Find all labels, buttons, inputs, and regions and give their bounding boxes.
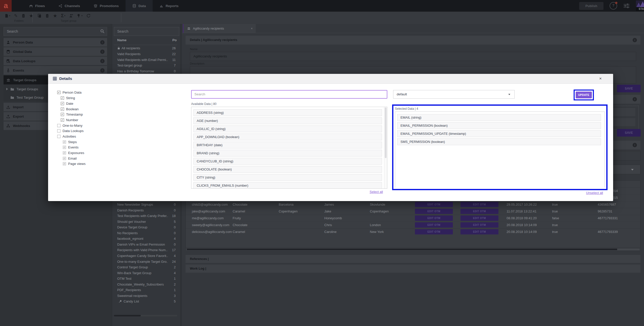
list-item[interactable]: SMS_PERMISSION (boolean) bbox=[397, 138, 601, 145]
references-section-header[interactable]: References | bbox=[186, 255, 640, 263]
edit-otm-button[interactable]: EDIT OTM bbox=[460, 222, 498, 228]
tree-checkbox-events[interactable]: Events bbox=[63, 145, 78, 150]
expand-arrow-icon[interactable] bbox=[6, 88, 8, 90]
table-row[interactable]: child3@agilliccandy.com Chocolate Barcel… bbox=[186, 201, 640, 208]
info-icon[interactable] bbox=[100, 40, 105, 45]
table-row[interactable]: Valid Recipients with Email Permi...11 bbox=[114, 57, 179, 63]
edit-otm-button[interactable]: EDIT OTM bbox=[415, 215, 453, 221]
save-button[interactable]: SAVE bbox=[617, 85, 641, 92]
table-row[interactable]: Danish Recipients0 bbox=[114, 208, 179, 213]
table-row[interactable]: Danish VIPs w Email Permission0 bbox=[114, 242, 179, 247]
update-button[interactable]: UPDATE bbox=[576, 92, 592, 98]
table-row[interactable]: New Newsletter Signups0 bbox=[114, 202, 179, 207]
delete-icon[interactable] bbox=[45, 14, 49, 18]
table-row[interactable]: me@agilliccandy.com Fruity Honeycomb EDI… bbox=[186, 215, 640, 222]
tree-checkbox-date[interactable]: Date bbox=[61, 101, 73, 106]
table-row[interactable]: Recipients with Valid Phone Num...17 bbox=[114, 247, 179, 253]
list-item[interactable]: CANDYCLUB_ID (string) bbox=[193, 158, 382, 165]
table-row[interactable]: No Recipients0 bbox=[114, 230, 179, 236]
agillic-logo[interactable]: a bbox=[0, 0, 12, 12]
table-row[interactable]: Valid Recipients22 bbox=[114, 51, 179, 57]
list-item[interactable]: EMAIL_PERMISSION_UPDATE (timestamp) bbox=[397, 130, 601, 137]
edit-otm-button[interactable]: EDIT OTM bbox=[460, 215, 498, 221]
preset-dropdown[interactable]: default bbox=[393, 90, 515, 99]
sidebar-item-data-lookups[interactable]: Data Lookups bbox=[4, 57, 107, 65]
table-row[interactable]: Has a Birthday Tomorrow0 bbox=[114, 69, 179, 74]
info-icon[interactable] bbox=[633, 97, 637, 101]
list-item[interactable]: AGILLIC_ID (string) bbox=[193, 125, 382, 132]
tree-checkbox-person-data[interactable]: Person Data bbox=[57, 90, 82, 95]
close-icon[interactable] bbox=[599, 76, 602, 81]
checkbox-icon[interactable] bbox=[61, 118, 64, 122]
table-row[interactable]: Win-Back Target Group4 bbox=[114, 270, 179, 276]
publish-button[interactable]: Publish bbox=[579, 2, 603, 10]
checkbox-icon[interactable] bbox=[61, 102, 64, 105]
scrollbar-thumb[interactable] bbox=[385, 107, 387, 158]
edit-otm-button[interactable]: EDIT OTM bbox=[415, 209, 453, 214]
unselect-all-link[interactable]: Unselect all bbox=[586, 191, 603, 195]
scrollbar-thumb[interactable] bbox=[114, 315, 141, 316]
refresh-icon[interactable] bbox=[86, 14, 91, 18]
table-row[interactable]: Copenhagen Candy Store Favorit...4 bbox=[114, 253, 179, 259]
nav-item-data[interactable]: Data bbox=[126, 0, 153, 12]
modal-search-input[interactable]: Search bbox=[191, 90, 387, 99]
work-log-section-header[interactable]: Work Log | bbox=[186, 265, 640, 273]
table-row[interactable]: sweety@agilliccandy.com Chocolate Chris … bbox=[186, 222, 640, 229]
list-item[interactable]: CLICKS_FROM_EMAILS (number) bbox=[193, 182, 382, 189]
tab-agilliccandy-recipients[interactable]: Agilliccandy recipients bbox=[183, 24, 256, 33]
vertical-scrollbar[interactable] bbox=[384, 107, 387, 188]
list-item[interactable]: ADDRESS (string) bbox=[193, 109, 382, 116]
table-row[interactable]: facebook_egmont4 bbox=[114, 236, 179, 242]
tree-checkbox-activities[interactable]: Activities bbox=[57, 134, 76, 139]
info-icon[interactable] bbox=[100, 59, 105, 63]
name-input[interactable]: Agilliccandy recipients bbox=[190, 52, 636, 61]
select-all-link[interactable]: Select all bbox=[370, 190, 383, 194]
checkbox-icon[interactable] bbox=[61, 113, 64, 116]
settings-sliders-icon[interactable] bbox=[623, 3, 630, 9]
sidebar-item-person-data[interactable]: Person Data bbox=[4, 38, 107, 47]
checkbox-icon[interactable] bbox=[61, 107, 64, 111]
tree-checkbox-number[interactable]: Number bbox=[61, 117, 78, 123]
nav-item-reports[interactable]: Reports bbox=[153, 0, 185, 12]
horizontal-scrollbar[interactable] bbox=[114, 315, 177, 316]
tree-checkbox-timestamp[interactable]: Timestamp bbox=[61, 112, 83, 117]
save-button[interactable]: SAVE bbox=[617, 129, 641, 137]
favorite-folder-icon[interactable]: ★ bbox=[29, 13, 33, 18]
nav-item-promotions[interactable]: Promotions bbox=[87, 0, 126, 12]
help-icon[interactable] bbox=[610, 2, 617, 10]
tree-checkbox-string[interactable]: String bbox=[61, 95, 75, 101]
scrollbar-thumb[interactable] bbox=[187, 249, 617, 250]
edit-otm-button[interactable]: EDIT OTM bbox=[460, 202, 498, 207]
checkbox-icon[interactable] bbox=[57, 135, 61, 138]
info-icon[interactable] bbox=[100, 68, 105, 73]
edit-otm-button[interactable]: EDIT OTM bbox=[415, 229, 453, 234]
info-icon[interactable] bbox=[100, 50, 105, 54]
stage-environment-badge[interactable]: STAGE bbox=[636, 1, 644, 11]
filter-icon[interactable]: ▾ bbox=[77, 14, 83, 18]
table-row[interactable]: Candy List 5 bbox=[114, 299, 179, 304]
table-row[interactable]: Should get Voucher5 bbox=[114, 219, 179, 225]
tab-close-icon[interactable] bbox=[251, 27, 253, 30]
edit-otm-button[interactable]: EDIT OTM bbox=[415, 202, 453, 207]
checkbox-icon[interactable] bbox=[57, 129, 61, 133]
table-row[interactable]: Device Target Group0 bbox=[114, 225, 179, 230]
tree-checkbox-one-to-many[interactable]: One-to-Many bbox=[57, 123, 83, 128]
info-icon[interactable] bbox=[633, 38, 637, 42]
tree-checkbox-boolean[interactable]: Boolean bbox=[61, 106, 79, 112]
details-section-header[interactable]: Details | Agilliccandy recipients bbox=[186, 36, 640, 45]
list-item[interactable]: BRAND (string) bbox=[193, 150, 382, 157]
edit-icon[interactable]: ✎ bbox=[14, 14, 18, 18]
list-item[interactable]: CHOCOLATE (boolean) bbox=[193, 166, 382, 173]
info-icon[interactable] bbox=[633, 143, 637, 147]
table-row[interactable]: All recipients 26 bbox=[114, 46, 179, 51]
tree-checkbox-exposures[interactable]: Exposures bbox=[63, 150, 84, 156]
table-row[interactable]: One-to-many Example Target Gro...24 bbox=[114, 259, 179, 265]
checkbox-icon[interactable] bbox=[57, 91, 61, 94]
person-flag-icon[interactable] bbox=[69, 14, 73, 18]
list-item[interactable]: EMAIL (string) bbox=[397, 114, 601, 121]
table-row[interactable]: PDF_Recipients1 bbox=[114, 287, 179, 293]
tree-checkbox-page-views[interactable]: Page views bbox=[63, 161, 86, 166]
table-row[interactable]: Sweetmail recipients3 bbox=[114, 293, 179, 299]
list-item[interactable]: CITY (string) bbox=[193, 174, 382, 181]
sidebar-search-input[interactable]: Search bbox=[4, 27, 107, 36]
